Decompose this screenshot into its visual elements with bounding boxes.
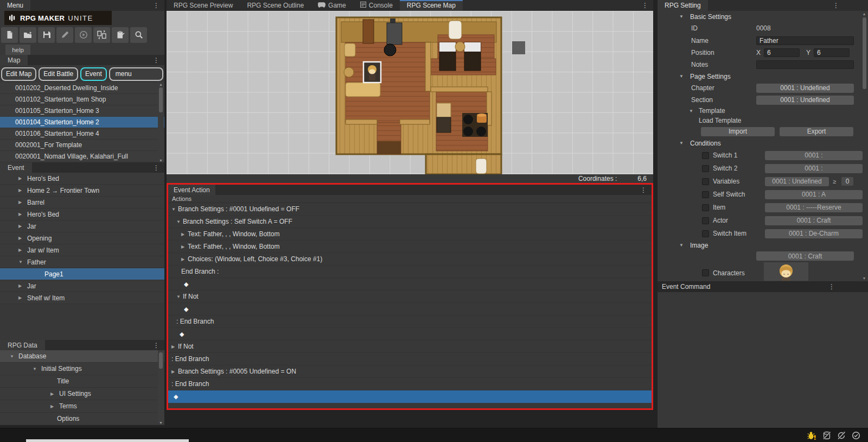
map-list-item[interactable]: 0010202_Deserted Dwelling_Inside: [0, 83, 164, 94]
event-tree-item[interactable]: ▶Shelf w/ Item: [0, 292, 164, 304]
expander-icon[interactable]: ▶: [18, 283, 27, 288]
scrollbar-thumb[interactable]: [863, 17, 866, 89]
event-action-tab[interactable]: Event Action: [168, 185, 215, 195]
comparison-operator-icon[interactable]: ≥: [829, 178, 840, 185]
map-list-item[interactable]: 0010102_Starterton_Item Shop: [0, 94, 164, 105]
kebab-menu-icon[interactable]: ⋮: [148, 162, 164, 173]
rpg-data-item[interactable]: ▶Terms: [0, 400, 164, 413]
event-action-row[interactable]: ▶Text: Father, , , Window, Bottom: [168, 228, 652, 241]
template-row[interactable]: ▼ Template: [658, 106, 868, 116]
scroll-up-icon[interactable]: ▲: [159, 83, 163, 86]
event-action-row[interactable]: ▼Branch Settings : Self Switch A = OFF: [168, 216, 652, 228]
event-tree-item[interactable]: ▼Father: [0, 256, 164, 268]
event-action-row[interactable]: ▼Branch Settings : #0001 Undefined = OFF: [168, 203, 652, 216]
expander-icon[interactable]: ▼: [679, 243, 686, 248]
expander-icon[interactable]: ▼: [171, 207, 178, 212]
condition-value-dropdown[interactable]: 0001 :: [765, 164, 863, 173]
map-list-scrollbar[interactable]: ▲ ▼: [158, 83, 164, 162]
event-action-row[interactable]: ▶Text: Father, , , Window, Bottom: [168, 241, 652, 253]
expander-icon[interactable]: ▶: [181, 244, 188, 249]
event-action-row[interactable]: ▶If Not: [168, 340, 652, 353]
notes-field[interactable]: [756, 60, 854, 69]
operand-field[interactable]: 0: [841, 177, 853, 186]
rpg-data-scrollbar[interactable]: ▼: [158, 350, 164, 425]
tab-console[interactable]: Console: [353, 0, 400, 11]
condition-value-dropdown[interactable]: 0001 : Undefined: [765, 177, 829, 186]
expander-icon[interactable]: ▶: [18, 212, 27, 217]
expander-icon[interactable]: ▼: [176, 294, 183, 299]
import-export-button[interactable]: [93, 27, 110, 43]
condition-value-dropdown[interactable]: 0001 : A: [765, 190, 863, 199]
expander-icon[interactable]: ▼: [176, 219, 183, 224]
rpg-data-item[interactable]: ▼Initial Settings: [0, 363, 164, 375]
open-project-button[interactable]: [20, 27, 36, 43]
conditions-section[interactable]: ▼Conditions: [658, 137, 868, 149]
chapter-dropdown[interactable]: 0001 : Undefined: [756, 84, 854, 93]
checkbox[interactable]: [702, 178, 709, 185]
expander-icon[interactable]: ▶: [18, 200, 27, 205]
scroll-down-icon[interactable]: ▼: [159, 159, 163, 162]
image-section[interactable]: ▼Image: [658, 240, 868, 250]
kebab-menu-icon[interactable]: ⋮: [828, 0, 844, 11]
bug-warning-icon[interactable]: [807, 431, 816, 440]
event-action-row-selected[interactable]: ◆: [168, 390, 652, 403]
export-button[interactable]: Export: [780, 127, 853, 136]
event-action-row[interactable]: ▼If Not: [168, 291, 652, 303]
new-file-button[interactable]: [1, 27, 18, 43]
expander-icon[interactable]: ▼: [689, 109, 695, 113]
tab-rpg-scene-outline[interactable]: RPG Scene Outline: [240, 0, 311, 11]
cache-server-disabled-icon[interactable]: [822, 431, 831, 440]
scrollbar-thumb[interactable]: [159, 352, 163, 369]
play-button[interactable]: [75, 27, 92, 43]
event-action-row[interactable]: ◆: [168, 278, 652, 291]
event-action-row[interactable]: End Branch :: [168, 266, 652, 278]
basic-settings-section[interactable]: ▼Basic Settings: [658, 11, 868, 22]
image-dropdown[interactable]: 0001 : Craft: [756, 251, 854, 261]
expander-icon[interactable]: ▶: [50, 404, 59, 409]
tab-game[interactable]: Game: [311, 0, 353, 11]
kebab-menu-icon[interactable]: ⋮: [148, 0, 164, 11]
page-settings-section[interactable]: ▼Page Settings: [658, 71, 868, 82]
event-tree-item[interactable]: ▶Home 2 → Frontier Town: [0, 185, 164, 197]
help-tab[interactable]: help: [5, 45, 30, 55]
event-tree-item[interactable]: ▶Jar w/ Item: [0, 244, 164, 256]
clipboard-button[interactable]: [112, 27, 129, 43]
scrollbar-thumb[interactable]: [159, 87, 163, 112]
event-action-row[interactable]: : End Branch: [168, 315, 652, 328]
rpg-data-item[interactable]: Options: [0, 413, 164, 425]
expander-icon[interactable]: ▼: [679, 14, 686, 19]
scroll-up-icon[interactable]: ▲: [863, 12, 866, 16]
import-button[interactable]: Import: [701, 127, 775, 136]
event-tree-item[interactable]: ▶Hero's Bed: [0, 209, 164, 220]
scroll-down-icon[interactable]: ▼: [863, 276, 866, 280]
section-dropdown[interactable]: 0001 : Undefined: [756, 96, 854, 105]
event-action-row[interactable]: : End Branch: [168, 353, 652, 365]
expander-icon[interactable]: ▶: [181, 257, 188, 262]
checkbox[interactable]: [702, 269, 709, 276]
expander-icon[interactable]: ▼: [33, 367, 41, 371]
tab-menu[interactable]: Menu: [0, 0, 30, 11]
event-action-row[interactable]: ◆: [168, 328, 652, 340]
checkbox[interactable]: [702, 217, 709, 224]
rpg-data-item[interactable]: Title: [0, 375, 164, 388]
expander-icon[interactable]: ▶: [171, 344, 178, 349]
expander-icon[interactable]: ▼: [679, 141, 686, 146]
map-section-tab[interactable]: Map: [0, 55, 28, 65]
event-button[interactable]: Event: [80, 67, 107, 81]
edit-battle-button[interactable]: Edit Battle: [39, 67, 78, 81]
checkbox[interactable]: [702, 152, 709, 159]
event-tree-item[interactable]: ▶Hero's Bed: [0, 173, 164, 185]
save-button[interactable]: [38, 27, 55, 43]
rpg-data-item-database[interactable]: ▼Database: [0, 350, 164, 363]
tab-rpg-scene-map[interactable]: RPG Scene Map: [400, 0, 463, 11]
expander-icon[interactable]: ▶: [18, 236, 27, 241]
expander-icon[interactable]: ▼: [679, 74, 686, 79]
edit-map-button[interactable]: Edit Map: [1, 67, 36, 81]
event-tree-item[interactable]: ▶Barrel: [0, 197, 164, 209]
search-button[interactable]: [130, 27, 147, 43]
rpg-data-section-tab[interactable]: RPG Data: [0, 340, 45, 350]
kebab-menu-icon[interactable]: ⋮: [637, 0, 653, 11]
scene-map-canvas[interactable]: [167, 11, 653, 174]
rpg-data-item[interactable]: ▶UI Settings: [0, 388, 164, 400]
checkbox[interactable]: [702, 204, 709, 211]
